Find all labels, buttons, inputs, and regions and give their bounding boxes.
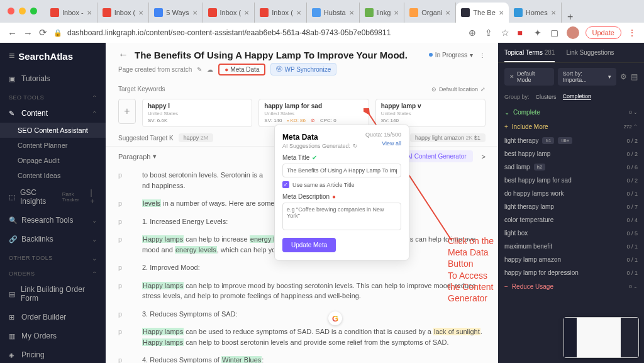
window-icon[interactable]: ▢	[550, 28, 560, 38]
browser-tab[interactable]: Organi✕	[404, 3, 456, 23]
tag-icon: ◈	[9, 351, 16, 359]
quota-text: Quota: 15/500	[365, 131, 401, 138]
status-chip[interactable]: In Progress▾⋮	[429, 52, 486, 59]
warn-icon: ●	[332, 193, 336, 200]
star-icon[interactable]: ☆	[501, 28, 511, 38]
kw-card[interactable]: happy lamp vUnited StatesSV: 140	[375, 99, 486, 127]
gsc-item[interactable]: ⬚GSC InsightsRank Tracker| +	[0, 183, 106, 211]
wp-sync-button[interactable]: ⓦWP Synchronize	[270, 63, 336, 75]
include-more-section[interactable]: +Include More272 ⌃	[498, 120, 644, 134]
close-window[interactable]	[8, 8, 14, 14]
minimize-window[interactable]	[19, 8, 26, 14]
audit-sub[interactable]: Onpage Audit	[0, 153, 106, 168]
complete-section[interactable]: ⌄Complete0 ⌄	[498, 105, 644, 120]
back-button[interactable]: ←	[8, 28, 17, 38]
reload-button[interactable]: ⟳	[39, 27, 47, 38]
browser-tab[interactable]: 5 Ways✕	[149, 3, 203, 23]
kw-card[interactable]: happy lamp for sadUnited StatesSV: 140• …	[258, 99, 369, 127]
page-title: The Benefits Of Using A Happy Lamp To Im…	[135, 50, 408, 60]
ext1-icon[interactable]: ■	[518, 28, 528, 38]
share-icon[interactable]: ⇪	[485, 28, 495, 38]
sort-select[interactable]: Sort by: Importa...▾	[558, 68, 616, 86]
annotation-text: Click on the Meta Data Button To Access …	[448, 235, 498, 304]
reduce-section[interactable]: −Reduce Usage0 ⌄	[498, 279, 644, 294]
research-item[interactable]: 🔍Research Tools⌄	[0, 211, 106, 230]
browser-tab[interactable]: Hubsta✕	[307, 3, 360, 23]
sugg-chip[interactable]: happy 2M	[179, 133, 214, 142]
term-row[interactable]: light box0 / 5	[498, 226, 644, 240]
check-icon: ✔	[312, 154, 317, 161]
doc-icon[interactable]: ▤	[631, 72, 638, 81]
browser-tab[interactable]: Inbox (✕	[203, 3, 255, 23]
new-tab-button[interactable]: +	[562, 11, 579, 23]
menu-dots-icon[interactable]: ⋮	[628, 28, 636, 38]
topical-terms-tab[interactable]: Topical Terms 281	[504, 43, 555, 62]
puzzle-icon[interactable]: ✦	[534, 28, 544, 38]
sca-sub[interactable]: SEO Content Assistant	[0, 123, 106, 138]
google-badge[interactable]: G	[328, 311, 342, 325]
link-sugg-tab[interactable]: Link Suggestions	[566, 43, 614, 62]
planner-sub[interactable]: Content Planner	[0, 138, 106, 153]
term-row[interactable]: maximum benefit0 / 1	[498, 240, 644, 253]
url-field[interactable]: 🔒 dashboard.linkgraph.io/content/seo-con…	[53, 28, 462, 37]
term-row[interactable]: light therapyh1title0 / 2	[498, 134, 644, 147]
meta-title-input[interactable]	[282, 164, 401, 177]
edit-icon[interactable]: ✎	[197, 66, 202, 73]
backlinks-item[interactable]: 🔗Backlinks⌄	[0, 230, 106, 249]
hamburger-icon[interactable]: ≡	[9, 50, 14, 62]
next-icon[interactable]: >	[482, 153, 486, 160]
browser-tab[interactable]: Inbox (✕	[97, 3, 150, 23]
term-row[interactable]: light therapy lamp0 / 7	[498, 200, 644, 213]
browser-tab[interactable]: Inbox -✕	[45, 3, 97, 23]
default-mode-chip[interactable]: ✕Default Mode	[504, 68, 554, 86]
cloud-icon[interactable]: ☁	[207, 66, 213, 73]
order-builder-item[interactable]: ⊞Order Builder	[0, 308, 106, 327]
refresh-icon[interactable]: ↻	[353, 143, 358, 149]
tutorials-item[interactable]: ▣Tutorials	[0, 69, 106, 88]
gear-icon[interactable]: ⚙	[620, 72, 627, 81]
term-row[interactable]: happy lamp for depression0 / 1	[498, 266, 644, 279]
profile-avatar[interactable]	[567, 26, 579, 39]
term-row[interactable]: best happy lamp for sad0 / 2	[498, 174, 644, 187]
my-orders-item[interactable]: ▥My Orders	[0, 327, 106, 345]
add-keyword-button[interactable]: +	[118, 99, 136, 124]
browser-tab[interactable]: linkg✕	[360, 3, 405, 23]
content-item[interactable]: ✎Content⌃	[0, 104, 106, 123]
browser-tab[interactable]: Inbox (✕	[255, 3, 307, 23]
paragraph-select[interactable]: Paragraph▾	[118, 152, 157, 160]
clusters-option[interactable]: Clusters	[536, 94, 557, 100]
pricing-item[interactable]: ◈Pricing	[0, 345, 106, 363]
maximize-window[interactable]	[30, 8, 37, 14]
completion-option[interactable]: Completion	[563, 93, 592, 100]
pencil-icon: ✎	[9, 109, 16, 118]
term-row[interactable]: best happy lamp0 / 2	[498, 147, 644, 160]
update-button[interactable]: Update	[586, 26, 621, 39]
search-icon[interactable]: ⊕	[469, 28, 479, 38]
term-row[interactable]: do happy lamps work0 / 1	[498, 187, 644, 200]
update-meta-button[interactable]: Update Meta	[282, 238, 336, 252]
list-icon: ▥	[9, 332, 16, 340]
meta-data-button[interactable]: ●Meta Data	[218, 64, 265, 75]
lb-order-item[interactable]: ▤Link Building Order Form	[0, 280, 106, 308]
meta-desc-input[interactable]	[282, 203, 401, 230]
sugg-chip[interactable]: happy light amazon 2K $1	[410, 133, 486, 142]
browser-tab[interactable]: The Be✕	[456, 3, 508, 23]
ideas-sub[interactable]: Content Ideas	[0, 168, 106, 183]
term-row[interactable]: color temperature0 / 4	[498, 213, 644, 226]
view-all-link[interactable]: View all	[382, 140, 401, 147]
term-row[interactable]: sad lamph20 / 6	[498, 160, 644, 174]
wp-icon: ⓦ	[276, 65, 282, 74]
chart-icon: ⬚	[9, 193, 15, 201]
back-arrow-icon[interactable]: ←	[118, 49, 128, 60]
extension-row: ⊕ ⇪ ☆ ■ ✦ ▢ Update ⋮	[469, 26, 636, 39]
url-text: dashboard.linkgraph.io/content/seo-conte…	[67, 28, 391, 37]
tab-strip: Inbox -✕Inbox (✕5 Ways✕Inbox (✕Inbox (✕H…	[0, 0, 644, 23]
browser-tab[interactable]: Homes✕	[509, 3, 562, 23]
right-sidebar: Topical Terms 281 Link Suggestions ✕Defa…	[498, 43, 644, 363]
checkbox-icon[interactable]: ✓	[282, 181, 289, 188]
term-row[interactable]: happy lamp amazon0 / 1	[498, 253, 644, 266]
forward-button[interactable]: →	[23, 28, 33, 38]
location-chip[interactable]: ⊙Default location⤢	[431, 86, 486, 92]
mini-preview[interactable]	[564, 317, 639, 358]
kw-card[interactable]: happy lUnited StatesSV: 6.6K	[142, 99, 252, 127]
